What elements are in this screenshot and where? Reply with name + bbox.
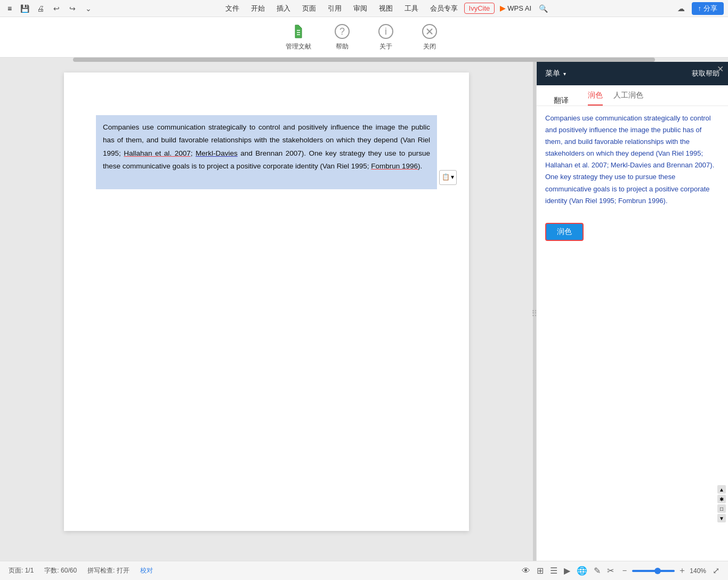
scroll-down-button[interactable]: ▼ <box>717 514 726 522</box>
close-label: 关闭 <box>423 42 436 51</box>
undo-icon[interactable]: ↩ <box>50 2 63 15</box>
wps-ai-button[interactable]: ▶ WPS AI <box>496 3 536 14</box>
zoom-in-icon[interactable]: ＋ <box>678 565 686 576</box>
share-label: 分享 <box>703 4 717 13</box>
toolbar-about[interactable]: i 关于 <box>373 23 399 51</box>
print-icon[interactable]: 🖨 <box>34 2 47 15</box>
right-panel: 菜单 ▾ 获取帮助 ✕ 翻译 润色 人工润色 Companies use com… <box>536 62 728 565</box>
toolbar-close[interactable]: 关闭 <box>416 23 443 51</box>
title-bar-right: ☁ ↑ 分享 <box>675 2 724 15</box>
citation-merkl: Merkl-Davies <box>196 149 238 157</box>
word-count: 字数: 60/60 <box>44 566 77 575</box>
page-info: 页面: 1/1 <box>9 566 34 575</box>
svg-text:i: i <box>385 26 387 37</box>
status-bar: 页面: 1/1 字数: 60/60 拼写检查: 打开 校对 👁 ⊞ ☰ ▶ 🌐 … <box>0 561 728 580</box>
menu-review[interactable]: 审阅 <box>348 2 373 15</box>
manage-refs-label: 管理文献 <box>286 42 311 51</box>
hamburger-menu-icon[interactable]: ≡ <box>4 3 15 14</box>
paste-icon: 📋 <box>442 172 450 183</box>
play-icon[interactable]: ▶ <box>564 566 570 576</box>
panel-scroll-buttons: ▲ ✱ □ ▼ <box>717 485 726 522</box>
menu-ivycite[interactable]: IvyCite <box>464 3 495 14</box>
menu-page[interactable]: 页面 <box>297 2 321 15</box>
panel-menu-label[interactable]: 菜单 <box>545 69 560 78</box>
zoom-slider[interactable] <box>632 570 675 572</box>
citation-hallahan: Hallahan et al. 2007 <box>124 149 190 157</box>
help-icon: ? <box>334 23 351 40</box>
share-arrow-icon: ↑ <box>698 4 702 12</box>
globe-icon[interactable]: 🌐 <box>577 566 587 576</box>
document-page: ⠿ Companies use communication strategica… <box>64 72 469 531</box>
toolbar-close-icon <box>421 23 438 40</box>
status-right: 👁 ⊞ ☰ ▶ 🌐 ✎ ✂ － ＋ 140% ⤢ <box>522 565 719 576</box>
paste-options-button[interactable]: 📋 ▾ <box>439 170 457 185</box>
cloud-icon[interactable]: ☁ <box>675 2 687 15</box>
menu-home[interactable]: 开始 <box>246 2 270 15</box>
spell-check: 拼写检查: 打开 <box>87 566 130 575</box>
menu-insert[interactable]: 插入 <box>271 2 296 15</box>
scrollbar-thumb-top <box>73 58 656 62</box>
tab-manual-polish[interactable]: 人工润色 <box>613 91 643 106</box>
panel-header: 菜单 ▾ 获取帮助 ✕ <box>537 62 728 85</box>
scroll-mark-button[interactable]: ✱ <box>717 495 726 503</box>
panel-header-left: 菜单 ▾ <box>545 69 566 78</box>
tab-polish[interactable]: 润色 <box>588 91 603 106</box>
search-icon[interactable]: 🔍 <box>537 2 549 15</box>
document-area: ⠿ Companies use communication strategica… <box>0 62 533 565</box>
about-icon: i <box>377 23 394 40</box>
main-area: ⠿ Companies use communication strategica… <box>0 62 728 565</box>
svg-text:?: ? <box>339 26 345 37</box>
panel-tabs: 翻译 润色 人工润色 <box>537 85 728 106</box>
svg-marker-0 <box>295 25 302 38</box>
about-label: 关于 <box>379 42 392 51</box>
zoom-control[interactable]: － ＋ 140% <box>620 565 706 576</box>
citation-fombrun: Fombrun 1996 <box>371 162 418 170</box>
list-icon[interactable]: ☰ <box>550 566 557 576</box>
top-scrollbar[interactable] <box>0 58 728 62</box>
wps-logo: ▶ <box>500 4 505 12</box>
zoom-slider-thumb <box>654 568 661 574</box>
manage-refs-icon <box>290 23 307 40</box>
panel-close-button[interactable]: ✕ <box>717 64 724 74</box>
zoom-out-icon[interactable]: － <box>620 565 629 576</box>
eye-icon[interactable]: 👁 <box>522 566 530 576</box>
menu-bar: 文件 开始 插入 页面 引用 审阅 视图 工具 会员专享 IvyCite ▶ W… <box>95 2 674 15</box>
menu-reference[interactable]: 引用 <box>322 2 347 15</box>
panel-menu-chevron[interactable]: ▾ <box>563 71 566 77</box>
help-label: 帮助 <box>336 42 349 51</box>
pen-icon[interactable]: ✎ <box>594 566 601 576</box>
share-button[interactable]: ↑ 分享 <box>692 2 724 15</box>
panel-body: Companies use communication strategicall… <box>537 106 728 565</box>
menu-vip[interactable]: 会员专享 <box>425 2 463 15</box>
undo-arrow-icon[interactable]: ↪ <box>66 2 79 15</box>
wps-ai-label: WPS AI <box>507 4 531 12</box>
menu-tools[interactable]: 工具 <box>399 2 424 15</box>
menu-file[interactable]: 文件 <box>220 2 245 15</box>
polish-button[interactable]: 润色 <box>545 223 584 241</box>
toolbar-manage-refs[interactable]: 管理文献 <box>285 23 312 51</box>
save-icon[interactable]: 💾 <box>18 2 31 15</box>
toolbar-help[interactable]: ? 帮助 <box>329 23 355 51</box>
paste-chevron: ▾ <box>451 172 454 183</box>
more-icon[interactable]: ⌄ <box>82 2 95 15</box>
document-text-block[interactable]: Companies use communication strategicall… <box>96 115 437 189</box>
grid-icon[interactable]: ⊞ <box>537 566 544 576</box>
toolbar: 管理文献 ? 帮助 i 关于 关闭 <box>0 17 728 58</box>
panel-section-label: 翻译 <box>545 91 577 106</box>
scissors-icon[interactable]: ✂ <box>607 566 614 576</box>
scroll-up-button[interactable]: ▲ <box>717 485 726 494</box>
zoom-percent: 140% <box>690 567 706 575</box>
panel-help-button[interactable]: 获取帮助 <box>692 69 719 78</box>
menu-view[interactable]: 视图 <box>374 2 398 15</box>
expand-icon[interactable]: ⤢ <box>713 566 719 576</box>
doc-text: Companies use communication strategicall… <box>103 123 430 170</box>
title-bar: ≡ 💾 🖨 ↩ ↪ ⌄ 文件 开始 插入 页面 引用 审阅 视图 工具 会员专享… <box>0 0 728 17</box>
scroll-box-button[interactable]: □ <box>717 504 726 513</box>
proofread-label[interactable]: 校对 <box>140 566 153 575</box>
title-bar-left: ≡ 💾 🖨 ↩ ↪ ⌄ <box>4 2 95 15</box>
panel-result-text: Companies use communication strategicall… <box>545 112 719 207</box>
